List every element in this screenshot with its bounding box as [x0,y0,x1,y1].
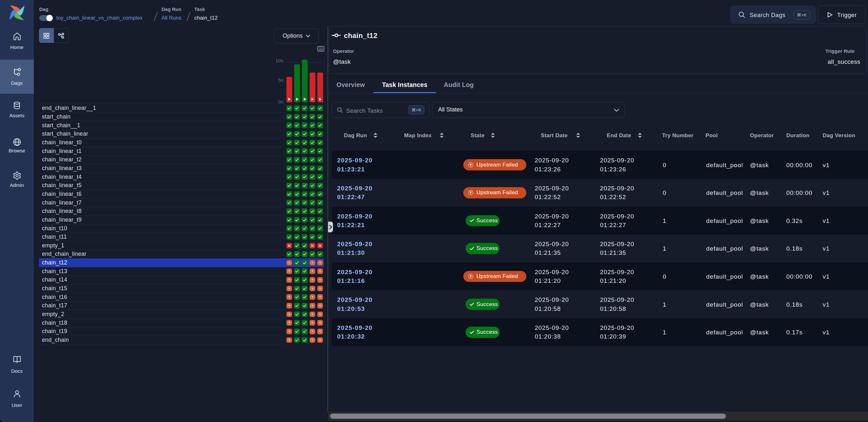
svg-text:0s: 0s [278,99,284,104]
svg-text:5s: 5s [278,77,284,83]
svg-text:10s: 10s [275,58,283,63]
